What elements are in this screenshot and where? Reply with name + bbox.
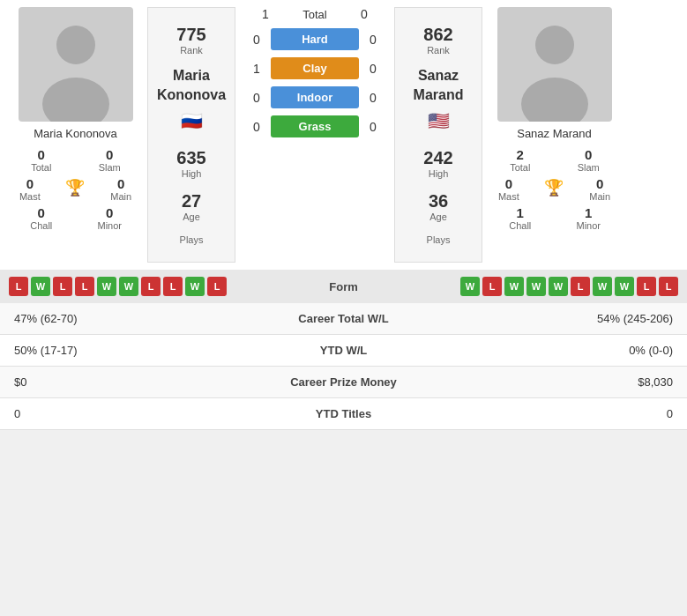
stats-p2-value: 0% (0-0) <box>446 335 687 367</box>
player1-minor-value: 0 <box>87 205 131 220</box>
player2-stat-row-2: 0 Mast 🏆 0 Main <box>486 176 623 202</box>
player1-high-value: 635 <box>176 148 205 168</box>
form-badge: L <box>637 277 656 296</box>
player2-high-value: 242 <box>423 148 452 168</box>
form-badge: W <box>31 277 50 296</box>
clay-p1-score: 1 <box>248 62 265 76</box>
form-badge: L <box>571 277 590 296</box>
player1-plays-label: Plays <box>180 234 204 245</box>
player1-mast-cell: 0 Mast <box>8 176 52 202</box>
hard-button[interactable]: Hard <box>271 28 359 50</box>
clay-row: 1 Clay 0 <box>248 57 382 79</box>
player2-name-header-line1: Sanaz <box>418 68 459 84</box>
stats-label: YTD Titles <box>241 398 447 430</box>
stats-p2-value: 0 <box>446 398 687 430</box>
player1-high-stat: 635 High <box>176 148 205 179</box>
player1-chall-label: Chall <box>19 220 63 231</box>
stats-row: 0YTD Titles0 <box>0 398 687 430</box>
form-badge: L <box>141 277 161 296</box>
player2-mast-cell: 0 Mast <box>487 176 531 202</box>
player2-section: Sanaz Marand 2 Total 0 Slam 0 Mast <box>486 7 623 234</box>
player1-age-value: 27 <box>182 191 201 212</box>
player2-total-value: 2 <box>498 147 542 162</box>
player1-form-badges: LWLLWWLLWL <box>9 277 227 296</box>
player2-numeric-stats: 862 Rank Sanaz Marand 🇺🇸 242 High 36 Age… <box>394 7 482 263</box>
player1-numeric-stats: 775 Rank Maria Kononova 🇷🇺 635 High 27 A… <box>147 7 235 263</box>
player2-flag: 🇺🇸 <box>428 110 450 131</box>
total-row: 1 Total 0 <box>248 7 382 21</box>
stats-row: 47% (62-70)Career Total W/L54% (245-206) <box>0 303 687 335</box>
grass-p1-score: 0 <box>248 120 265 134</box>
player2-main-label: Main <box>578 191 622 202</box>
player1-flag: 🇷🇺 <box>181 110 203 131</box>
player1-high-label: High <box>176 168 205 179</box>
player1-stat-row-2: 0 Mast 🏆 0 Main <box>7 176 144 202</box>
svg-point-0 <box>56 26 95 64</box>
player1-avatar <box>19 7 133 122</box>
form-badge: L <box>9 277 28 296</box>
player1-stats: 0 Total 0 Slam 0 Mast 🏆 <box>7 147 144 234</box>
indoor-button[interactable]: Indoor <box>271 86 359 108</box>
player1-rank-value: 775 <box>176 25 205 45</box>
grass-row: 0 Grass 0 <box>248 115 382 137</box>
clay-button[interactable]: Clay <box>271 57 359 79</box>
player1-age-label: Age <box>182 212 201 222</box>
hard-p2-score: 0 <box>364 33 382 47</box>
player2-avatar <box>497 7 612 122</box>
stats-p2-value: $8,030 <box>446 367 687 398</box>
player1-trophy: 🏆 <box>53 176 97 202</box>
player1-main-value: 0 <box>99 176 143 191</box>
player2-stats: 2 Total 0 Slam 0 Mast 🏆 <box>486 147 623 234</box>
stats-label: YTD W/L <box>241 335 447 367</box>
player2-name-header-line2: Marand <box>414 87 464 103</box>
form-badge: W <box>97 277 116 296</box>
form-label: Form <box>309 280 379 293</box>
form-badge: W <box>460 277 480 296</box>
player2-main-cell: 0 Main <box>578 176 622 202</box>
player2-plays-label: Plays <box>427 234 451 245</box>
player2-main-value: 0 <box>578 176 622 191</box>
stats-row: 50% (17-17)YTD W/L0% (0-0) <box>0 335 687 367</box>
player1-mast-label: Mast <box>8 191 52 202</box>
player2-chall-label: Chall <box>498 220 542 231</box>
form-badge: W <box>504 277 524 296</box>
player1-name: Maria Kononova <box>34 127 117 140</box>
form-badge: L <box>75 277 94 296</box>
player1-slam-cell: 0 Slam <box>87 147 131 173</box>
player1-total-cell: 0 Total <box>19 147 63 173</box>
player1-section: Maria Kononova 0 Total 0 Slam 0 Mast <box>7 7 144 234</box>
player2-chall-cell: 1 Chall <box>498 205 542 231</box>
svg-point-3 <box>521 78 588 122</box>
player2-total-cell: 2 Total <box>498 147 542 173</box>
grass-p2-score: 0 <box>364 120 382 134</box>
player2-name-flag: Sanaz Marand 🇺🇸 <box>414 68 464 131</box>
hard-row: 0 Hard 0 <box>248 28 382 50</box>
player1-rank-label: Rank <box>176 45 205 56</box>
grass-button[interactable]: Grass <box>271 115 359 137</box>
stats-label: Career Total W/L <box>241 303 447 335</box>
svg-point-2 <box>535 26 574 64</box>
player1-name-header-line2: Kononova <box>157 87 226 103</box>
form-badge: W <box>615 277 634 296</box>
stats-row: $0Career Prize Money$8,030 <box>0 367 687 398</box>
stats-p1-value: $0 <box>0 367 241 398</box>
form-badge: L <box>207 277 227 296</box>
player1-name-header-line1: Maria <box>173 68 210 84</box>
player2-slam-label: Slam <box>566 162 610 173</box>
player2-trophy-icon: 🏆 <box>544 178 564 197</box>
player2-age-label: Age <box>429 212 448 222</box>
player2-rank-stat: 862 Rank <box>423 25 452 56</box>
player2-minor-value: 1 <box>566 205 610 220</box>
player2-minor-cell: 1 Minor <box>566 205 610 231</box>
player2-form-badges: WLWWWLWWLL <box>460 277 678 296</box>
player1-plays-stat: Plays <box>180 234 204 245</box>
form-badge: L <box>163 277 183 296</box>
total-label: Total <box>280 8 350 21</box>
player1-chall-cell: 0 Chall <box>19 205 63 231</box>
indoor-row: 0 Indoor 0 <box>248 86 382 108</box>
player2-high-label: High <box>423 168 452 179</box>
player2-slam-value: 0 <box>566 147 610 162</box>
player1-chall-value: 0 <box>19 205 63 220</box>
player2-stat-row-3: 1 Chall 1 Minor <box>486 205 623 231</box>
stats-p1-value: 50% (17-17) <box>0 335 241 367</box>
